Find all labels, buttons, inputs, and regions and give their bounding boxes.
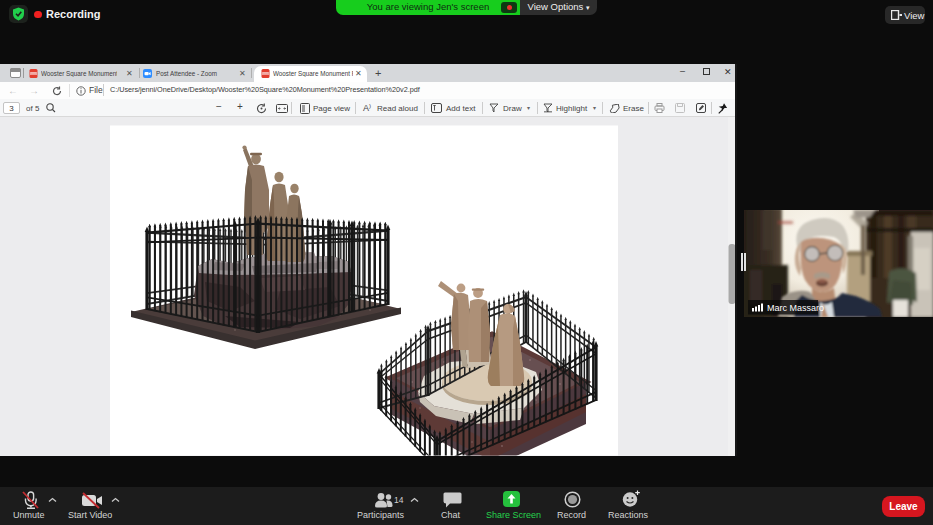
svg-text:Marc Massaro: Marc Massaro [767,303,824,313]
